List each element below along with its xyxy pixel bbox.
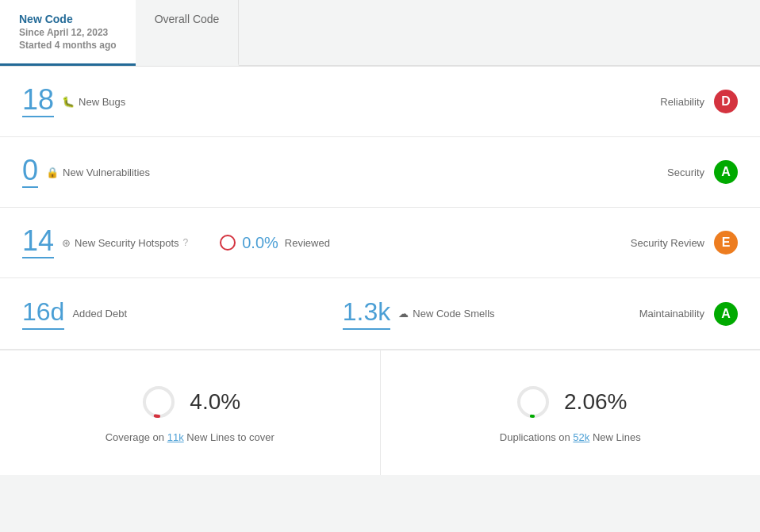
vuln-category: Security — [667, 166, 704, 178]
duplications-desc: Duplications on 52k New Lines — [500, 431, 641, 443]
debt-value[interactable]: 16d — [22, 297, 64, 330]
coverage-panel: 4.0% Coverage on 11k New Lines to cover — [0, 350, 381, 475]
svg-point-2 — [519, 388, 547, 416]
vuln-label: 🔒 New Vulnerabilities — [46, 166, 150, 178]
coverage-row: 4.0% — [139, 382, 240, 422]
bugs-value[interactable]: 18 — [22, 86, 54, 117]
hotspots-right: Security Review E — [631, 231, 738, 255]
lock-icon: 🔒 — [46, 166, 59, 178]
smells-group: 1.3k ☁ New Code Smells — [343, 297, 639, 330]
bugs-right: Reliability D — [660, 90, 738, 113]
coverage-lines-link[interactable]: 11k — [167, 431, 184, 443]
smells-label: ☁ New Code Smells — [398, 308, 494, 320]
tab-new-code-started: Started 4 months ago — [19, 40, 117, 51]
shield-icon: ⊛ — [62, 237, 71, 249]
hotspots-reviewed: 0.0% Reviewed — [220, 234, 330, 252]
hotspots-label: ⊛ New Security Hotspots ? — [62, 237, 188, 249]
debt-left: 16d Added Debt — [22, 297, 319, 330]
vuln-rating: A — [714, 160, 738, 184]
debt-right: Maintainability A — [639, 302, 738, 326]
vuln-value[interactable]: 0 — [22, 156, 38, 188]
duplications-pct: 2.06% — [564, 389, 627, 415]
reviewed-circle-icon — [220, 235, 236, 251]
smells-value[interactable]: 1.3k — [343, 297, 390, 330]
hotspots-left: 14 ⊛ New Security Hotspots ? — [22, 227, 188, 258]
tabs-bar: New Code Since April 12, 2023 Started 4 … — [0, 0, 760, 67]
debt-row: 16d Added Debt 1.3k ☁ New Code Smells Ma… — [0, 278, 760, 350]
bugs-left: 18 🐛 New Bugs — [22, 86, 660, 117]
coverage-pct: 4.0% — [190, 389, 240, 415]
tab-overall-code-label: Overall Code — [155, 13, 220, 25]
main-content: 18 🐛 New Bugs Reliability D 0 🔒 New Vuln… — [0, 67, 760, 475]
debt-label: Added Debt — [72, 308, 127, 320]
duplications-lines-link[interactable]: 52k — [573, 431, 589, 443]
duplications-panel: 2.06% Duplications on 52k New Lines — [381, 350, 761, 475]
svg-point-0 — [144, 388, 173, 416]
coverage-desc: Coverage on 11k New Lines to cover — [106, 431, 274, 443]
debt-rating: A — [714, 302, 738, 326]
bugs-category: Reliability — [660, 96, 704, 108]
hotspots-category: Security Review — [631, 237, 704, 249]
hotspots-value[interactable]: 14 — [22, 227, 54, 258]
coverage-donut — [139, 382, 178, 422]
reviewed-label: Reviewed — [285, 237, 330, 249]
bug-icon: 🐛 — [62, 96, 75, 108]
hotspots-row: 14 ⊛ New Security Hotspots ? 0.0% Review… — [0, 208, 760, 278]
reviewed-pct: 0.0% — [242, 234, 278, 252]
tab-spacer — [239, 0, 760, 66]
bugs-label: 🐛 New Bugs — [62, 96, 125, 108]
tab-new-code[interactable]: New Code Since April 12, 2023 Started 4 … — [0, 0, 136, 66]
vuln-row: 0 🔒 New Vulnerabilities Security A — [0, 137, 760, 208]
smells-icon: ☁ — [398, 308, 409, 320]
bugs-row: 18 🐛 New Bugs Reliability D — [0, 67, 760, 137]
duplications-donut — [513, 382, 553, 422]
tab-new-code-label: New Code — [19, 13, 117, 25]
vuln-left: 0 🔒 New Vulnerabilities — [22, 156, 667, 188]
bottom-panels: 4.0% Coverage on 11k New Lines to cover … — [0, 350, 760, 475]
tab-new-code-since: Since April 12, 2023 — [19, 27, 117, 38]
debt-category: Maintainability — [639, 308, 704, 320]
vuln-right: Security A — [667, 160, 738, 184]
bugs-rating: D — [714, 90, 738, 113]
tab-overall-code[interactable]: Overall Code — [136, 0, 240, 66]
hotspots-rating: E — [714, 231, 738, 255]
hotspots-help-icon[interactable]: ? — [183, 237, 189, 248]
duplications-row: 2.06% — [513, 382, 627, 422]
